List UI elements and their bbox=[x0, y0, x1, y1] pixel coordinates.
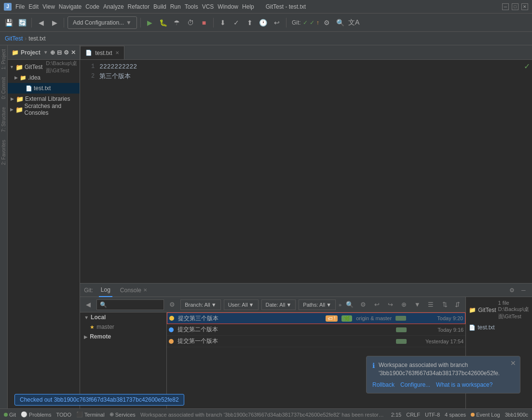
run-button[interactable]: ▶ bbox=[144, 17, 156, 28]
tree-item-scratches[interactable]: ▶ 📁 Scratches and Consoles bbox=[8, 104, 80, 115]
tree-item-testtxt[interactable]: 📄 test.txt bbox=[8, 83, 80, 94]
menu-edit[interactable]: Edit bbox=[28, 3, 39, 10]
todo-status-item[interactable]: TODO bbox=[56, 412, 72, 418]
vcs-push-button[interactable]: ⬆ bbox=[244, 17, 256, 28]
branch-remote[interactable]: ▶ Remote bbox=[80, 332, 166, 341]
rollback-link[interactable]: Rollback bbox=[372, 381, 395, 388]
console-tab-close[interactable]: ✕ bbox=[143, 287, 147, 293]
gitright-file-item[interactable]: 📄 test.txt bbox=[469, 323, 529, 332]
git-tab-console[interactable]: Console ✕ bbox=[118, 284, 149, 297]
git-search-button[interactable]: 🔍 bbox=[344, 299, 355, 310]
editor-content[interactable]: 1 2222222222 2 第三个版本 ✓ bbox=[80, 60, 532, 283]
git-redo[interactable]: ↪ bbox=[385, 299, 396, 310]
vcs-update-button[interactable]: ⬇ bbox=[217, 17, 229, 28]
commit-row-3[interactable]: 提交第一个版本 Yesterday 17:54 bbox=[167, 336, 465, 347]
sync-button[interactable]: 🔄 bbox=[16, 17, 28, 28]
stop-button[interactable]: ■ bbox=[198, 17, 210, 28]
services-status-item[interactable]: ⊕ Services bbox=[109, 411, 136, 418]
minimize-button[interactable]: ─ bbox=[502, 3, 509, 10]
editor-tab-testtxt[interactable]: 📄 test.txt ✕ bbox=[80, 46, 124, 59]
coverage-button[interactable]: ☂ bbox=[171, 17, 183, 28]
branch-filter[interactable]: Branch: All ▼ bbox=[180, 299, 220, 310]
git-columns[interactable]: ☰ bbox=[425, 299, 436, 310]
git-back-button[interactable]: ◀ bbox=[83, 299, 94, 310]
settings-button[interactable]: ⚙ bbox=[321, 17, 333, 28]
maximize-button[interactable]: □ bbox=[512, 3, 518, 10]
remote-expand-icon: ▶ bbox=[84, 334, 88, 339]
notification-close-button[interactable]: ✕ bbox=[510, 359, 516, 367]
vcs-rollback-button[interactable]: ↩ bbox=[271, 17, 283, 28]
menu-refactor[interactable]: Refactor bbox=[128, 3, 150, 10]
settings-project-button[interactable]: ⚙ bbox=[64, 49, 69, 56]
git-merge[interactable]: ⊕ bbox=[398, 299, 409, 310]
menu-help[interactable]: Help bbox=[242, 3, 254, 10]
breadcrumb-project[interactable]: GitTest bbox=[5, 35, 23, 42]
collapse-all-button[interactable]: ⊟ bbox=[57, 49, 62, 56]
git-right-header: 📁 GitTest 1 file D:\Backup\桌面\GitTest bbox=[469, 300, 529, 320]
add-module-button[interactable]: ⊕ bbox=[50, 49, 55, 56]
profile-button[interactable]: ⏱ bbox=[185, 17, 196, 28]
menu-file[interactable]: File bbox=[15, 3, 25, 10]
panel-commit[interactable]: 0: Commit bbox=[0, 73, 7, 103]
forward-button[interactable]: ▶ bbox=[49, 17, 60, 28]
branch-local[interactable]: ▼ Local bbox=[80, 312, 166, 322]
panel-favorites[interactable]: 2: Favorites bbox=[0, 136, 7, 169]
git-filter-toggle[interactable]: ▼ bbox=[412, 299, 423, 310]
git-settings-button[interactable]: ⚙ bbox=[507, 285, 517, 295]
menu-build[interactable]: Build bbox=[153, 3, 166, 10]
git-refresh-button[interactable]: ⚙ bbox=[167, 299, 177, 310]
panel-structure[interactable]: 7: Structure bbox=[0, 103, 7, 136]
git-tab-log[interactable]: Log bbox=[99, 284, 112, 297]
tab-close-button[interactable]: ✕ bbox=[115, 50, 119, 55]
commit-row-2[interactable]: 提交第二个版本 Today 9:16 bbox=[167, 324, 465, 336]
back-button[interactable]: ◀ bbox=[35, 17, 47, 28]
git-status-item[interactable]: Git bbox=[4, 412, 16, 418]
toolbar-separator-4 bbox=[213, 18, 214, 27]
git-cherry-pick[interactable]: ⚙ bbox=[358, 299, 368, 310]
search-button[interactable]: 🔍 bbox=[335, 17, 346, 28]
panel-project[interactable]: 1: Project bbox=[0, 45, 7, 73]
menu-window[interactable]: Window bbox=[218, 3, 238, 10]
close-panel-button[interactable]: ✕ bbox=[71, 49, 76, 56]
git-minimize-button[interactable]: ─ bbox=[518, 285, 528, 295]
save-all-button[interactable]: 💾 bbox=[3, 17, 14, 28]
problems-status-item[interactable]: ⚪ Problems bbox=[21, 411, 51, 418]
git-undo[interactable]: ↩ bbox=[371, 299, 382, 310]
terminal-status-item[interactable]: ⬛ Terminal bbox=[76, 411, 105, 418]
menu-code[interactable]: Code bbox=[85, 3, 99, 10]
menu-vcs[interactable]: VCS bbox=[202, 3, 214, 10]
tree-item-gittest[interactable]: ▼ 📁 GitTest D:\Backup\桌面\GitTest bbox=[8, 62, 80, 72]
debug-button[interactable]: 🐛 bbox=[158, 17, 169, 28]
menu-run[interactable]: Run bbox=[170, 3, 181, 10]
user-filter[interactable]: User: All ▼ bbox=[224, 299, 259, 310]
vcs-history-button[interactable]: 🕐 bbox=[258, 17, 269, 28]
git-search-input[interactable] bbox=[96, 299, 164, 310]
git-expand-button[interactable]: ⇅ bbox=[439, 299, 450, 310]
add-configuration-button[interactable]: Add Configuration... ▼ bbox=[68, 16, 137, 29]
close-button[interactable]: ✕ bbox=[521, 3, 528, 10]
menu-view[interactable]: View bbox=[42, 3, 55, 10]
editor-area: 📄 test.txt ✕ 1 2222222222 2 第三个版本 ✓ bbox=[80, 45, 532, 283]
encoding-item[interactable]: UTF-8 bbox=[425, 412, 440, 418]
line-col-item[interactable]: 2:15 bbox=[391, 412, 401, 418]
commit-row-1[interactable]: 提交第三个版本 🏷 ! 🌿 origin & master Today 9:20 bbox=[167, 312, 465, 324]
translate-button[interactable]: 文A bbox=[348, 17, 360, 28]
configure-link[interactable]: Configure... bbox=[400, 381, 430, 388]
breadcrumb-file[interactable]: test.txt bbox=[28, 35, 45, 42]
git-collapse-button[interactable]: ⇵ bbox=[452, 299, 463, 310]
project-dropdown-icon[interactable]: ▼ bbox=[43, 50, 48, 55]
crlf-item[interactable]: CRLF bbox=[406, 412, 420, 418]
gittest-path: D:\Backup\桌面\GitTest bbox=[46, 60, 78, 74]
vcs-commit-button[interactable]: ✓ bbox=[231, 17, 242, 28]
branch-master[interactable]: ★ master bbox=[80, 322, 166, 332]
branch-hash-item[interactable]: 3bb1900c bbox=[505, 412, 528, 418]
date-filter[interactable]: Date: All ▼ bbox=[261, 299, 296, 310]
paths-filter[interactable]: Paths: All ▼ bbox=[299, 299, 336, 310]
menu-tools[interactable]: Tools bbox=[185, 3, 198, 10]
menu-analyze[interactable]: Analyze bbox=[103, 3, 124, 10]
menu-navigate[interactable]: Navigate bbox=[59, 3, 82, 10]
indent-item[interactable]: 4 spaces bbox=[445, 412, 466, 418]
gitright-header-label: GitTest bbox=[478, 307, 496, 313]
event-log-item[interactable]: Event Log bbox=[471, 412, 500, 418]
what-is-workspace-link[interactable]: What is a workspace? bbox=[436, 381, 492, 388]
